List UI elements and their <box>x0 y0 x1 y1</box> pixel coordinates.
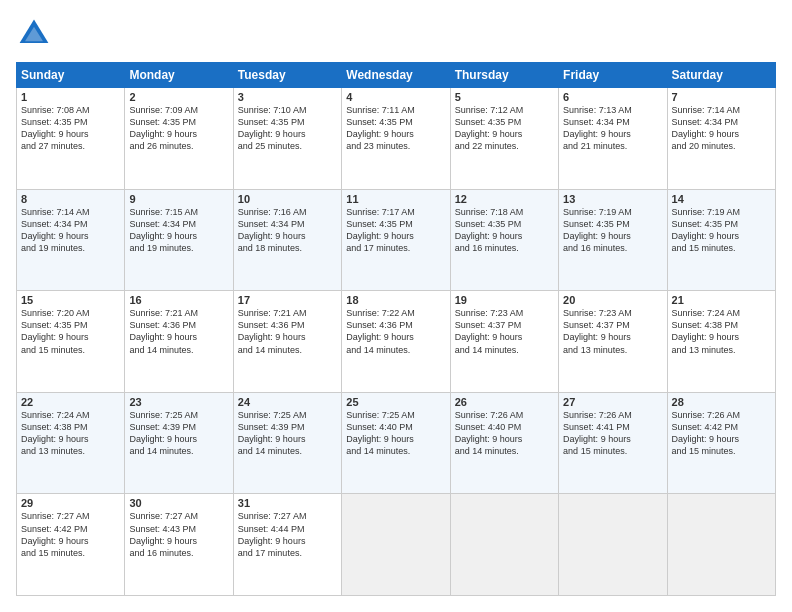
calendar-cell: 11Sunrise: 7:17 AM Sunset: 4:35 PM Dayli… <box>342 189 450 291</box>
day-info: Sunrise: 7:25 AM Sunset: 4:40 PM Dayligh… <box>346 409 445 458</box>
day-number: 3 <box>238 91 337 103</box>
day-info: Sunrise: 7:08 AM Sunset: 4:35 PM Dayligh… <box>21 104 120 153</box>
day-number: 29 <box>21 497 120 509</box>
calendar-cell <box>559 494 667 596</box>
calendar-table: SundayMondayTuesdayWednesdayThursdayFrid… <box>16 62 776 596</box>
day-number: 27 <box>563 396 662 408</box>
day-number: 20 <box>563 294 662 306</box>
logo <box>16 16 56 52</box>
calendar-cell: 24Sunrise: 7:25 AM Sunset: 4:39 PM Dayli… <box>233 392 341 494</box>
day-number: 18 <box>346 294 445 306</box>
calendar-week-row: 22Sunrise: 7:24 AM Sunset: 4:38 PM Dayli… <box>17 392 776 494</box>
calendar-cell: 4Sunrise: 7:11 AM Sunset: 4:35 PM Daylig… <box>342 88 450 190</box>
day-info: Sunrise: 7:13 AM Sunset: 4:34 PM Dayligh… <box>563 104 662 153</box>
calendar-cell: 14Sunrise: 7:19 AM Sunset: 4:35 PM Dayli… <box>667 189 775 291</box>
day-info: Sunrise: 7:09 AM Sunset: 4:35 PM Dayligh… <box>129 104 228 153</box>
calendar-week-row: 1Sunrise: 7:08 AM Sunset: 4:35 PM Daylig… <box>17 88 776 190</box>
day-number: 21 <box>672 294 771 306</box>
calendar-cell: 8Sunrise: 7:14 AM Sunset: 4:34 PM Daylig… <box>17 189 125 291</box>
weekday-header: Saturday <box>667 63 775 88</box>
day-number: 10 <box>238 193 337 205</box>
day-info: Sunrise: 7:20 AM Sunset: 4:35 PM Dayligh… <box>21 307 120 356</box>
day-info: Sunrise: 7:17 AM Sunset: 4:35 PM Dayligh… <box>346 206 445 255</box>
calendar-cell: 16Sunrise: 7:21 AM Sunset: 4:36 PM Dayli… <box>125 291 233 393</box>
day-number: 16 <box>129 294 228 306</box>
weekday-header: Friday <box>559 63 667 88</box>
calendar-cell: 12Sunrise: 7:18 AM Sunset: 4:35 PM Dayli… <box>450 189 558 291</box>
calendar-cell: 19Sunrise: 7:23 AM Sunset: 4:37 PM Dayli… <box>450 291 558 393</box>
calendar-cell: 1Sunrise: 7:08 AM Sunset: 4:35 PM Daylig… <box>17 88 125 190</box>
day-info: Sunrise: 7:18 AM Sunset: 4:35 PM Dayligh… <box>455 206 554 255</box>
page: SundayMondayTuesdayWednesdayThursdayFrid… <box>0 0 792 612</box>
day-info: Sunrise: 7:22 AM Sunset: 4:36 PM Dayligh… <box>346 307 445 356</box>
calendar-cell <box>342 494 450 596</box>
day-info: Sunrise: 7:25 AM Sunset: 4:39 PM Dayligh… <box>129 409 228 458</box>
day-info: Sunrise: 7:26 AM Sunset: 4:40 PM Dayligh… <box>455 409 554 458</box>
calendar-cell: 28Sunrise: 7:26 AM Sunset: 4:42 PM Dayli… <box>667 392 775 494</box>
day-info: Sunrise: 7:16 AM Sunset: 4:34 PM Dayligh… <box>238 206 337 255</box>
calendar-cell: 9Sunrise: 7:15 AM Sunset: 4:34 PM Daylig… <box>125 189 233 291</box>
day-info: Sunrise: 7:11 AM Sunset: 4:35 PM Dayligh… <box>346 104 445 153</box>
day-info: Sunrise: 7:21 AM Sunset: 4:36 PM Dayligh… <box>129 307 228 356</box>
calendar-cell: 2Sunrise: 7:09 AM Sunset: 4:35 PM Daylig… <box>125 88 233 190</box>
day-number: 19 <box>455 294 554 306</box>
day-number: 11 <box>346 193 445 205</box>
calendar-cell <box>450 494 558 596</box>
weekday-header: Thursday <box>450 63 558 88</box>
day-info: Sunrise: 7:19 AM Sunset: 4:35 PM Dayligh… <box>563 206 662 255</box>
day-number: 7 <box>672 91 771 103</box>
day-number: 13 <box>563 193 662 205</box>
calendar-cell: 25Sunrise: 7:25 AM Sunset: 4:40 PM Dayli… <box>342 392 450 494</box>
day-number: 22 <box>21 396 120 408</box>
calendar-week-row: 29Sunrise: 7:27 AM Sunset: 4:42 PM Dayli… <box>17 494 776 596</box>
day-info: Sunrise: 7:23 AM Sunset: 4:37 PM Dayligh… <box>455 307 554 356</box>
day-number: 9 <box>129 193 228 205</box>
weekday-header: Monday <box>125 63 233 88</box>
day-number: 26 <box>455 396 554 408</box>
calendar-cell: 31Sunrise: 7:27 AM Sunset: 4:44 PM Dayli… <box>233 494 341 596</box>
day-info: Sunrise: 7:27 AM Sunset: 4:43 PM Dayligh… <box>129 510 228 559</box>
day-info: Sunrise: 7:27 AM Sunset: 4:42 PM Dayligh… <box>21 510 120 559</box>
day-number: 2 <box>129 91 228 103</box>
calendar-header-row: SundayMondayTuesdayWednesdayThursdayFrid… <box>17 63 776 88</box>
calendar-cell: 17Sunrise: 7:21 AM Sunset: 4:36 PM Dayli… <box>233 291 341 393</box>
calendar-week-row: 15Sunrise: 7:20 AM Sunset: 4:35 PM Dayli… <box>17 291 776 393</box>
day-number: 23 <box>129 396 228 408</box>
day-number: 12 <box>455 193 554 205</box>
header <box>16 16 776 52</box>
weekday-header: Sunday <box>17 63 125 88</box>
day-number: 4 <box>346 91 445 103</box>
calendar-cell: 7Sunrise: 7:14 AM Sunset: 4:34 PM Daylig… <box>667 88 775 190</box>
day-number: 6 <box>563 91 662 103</box>
day-number: 17 <box>238 294 337 306</box>
day-info: Sunrise: 7:12 AM Sunset: 4:35 PM Dayligh… <box>455 104 554 153</box>
day-number: 28 <box>672 396 771 408</box>
day-number: 8 <box>21 193 120 205</box>
day-number: 24 <box>238 396 337 408</box>
day-info: Sunrise: 7:21 AM Sunset: 4:36 PM Dayligh… <box>238 307 337 356</box>
calendar-cell: 10Sunrise: 7:16 AM Sunset: 4:34 PM Dayli… <box>233 189 341 291</box>
calendar-week-row: 8Sunrise: 7:14 AM Sunset: 4:34 PM Daylig… <box>17 189 776 291</box>
calendar-cell: 30Sunrise: 7:27 AM Sunset: 4:43 PM Dayli… <box>125 494 233 596</box>
calendar-cell: 15Sunrise: 7:20 AM Sunset: 4:35 PM Dayli… <box>17 291 125 393</box>
logo-icon <box>16 16 52 52</box>
day-info: Sunrise: 7:14 AM Sunset: 4:34 PM Dayligh… <box>672 104 771 153</box>
calendar-cell: 6Sunrise: 7:13 AM Sunset: 4:34 PM Daylig… <box>559 88 667 190</box>
day-info: Sunrise: 7:26 AM Sunset: 4:42 PM Dayligh… <box>672 409 771 458</box>
calendar-cell: 23Sunrise: 7:25 AM Sunset: 4:39 PM Dayli… <box>125 392 233 494</box>
calendar-cell: 5Sunrise: 7:12 AM Sunset: 4:35 PM Daylig… <box>450 88 558 190</box>
weekday-header: Tuesday <box>233 63 341 88</box>
day-number: 31 <box>238 497 337 509</box>
day-info: Sunrise: 7:10 AM Sunset: 4:35 PM Dayligh… <box>238 104 337 153</box>
day-number: 14 <box>672 193 771 205</box>
calendar-cell: 21Sunrise: 7:24 AM Sunset: 4:38 PM Dayli… <box>667 291 775 393</box>
day-number: 25 <box>346 396 445 408</box>
calendar-cell: 29Sunrise: 7:27 AM Sunset: 4:42 PM Dayli… <box>17 494 125 596</box>
day-number: 1 <box>21 91 120 103</box>
calendar-cell: 3Sunrise: 7:10 AM Sunset: 4:35 PM Daylig… <box>233 88 341 190</box>
day-info: Sunrise: 7:15 AM Sunset: 4:34 PM Dayligh… <box>129 206 228 255</box>
day-info: Sunrise: 7:25 AM Sunset: 4:39 PM Dayligh… <box>238 409 337 458</box>
day-info: Sunrise: 7:24 AM Sunset: 4:38 PM Dayligh… <box>672 307 771 356</box>
calendar-cell: 22Sunrise: 7:24 AM Sunset: 4:38 PM Dayli… <box>17 392 125 494</box>
calendar-cell <box>667 494 775 596</box>
